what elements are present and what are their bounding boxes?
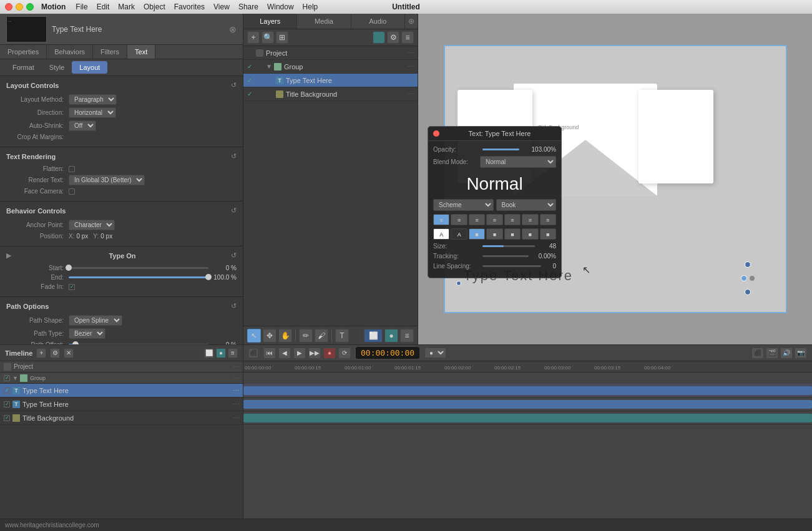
tl-add-button[interactable]: +	[36, 348, 46, 358]
tl-view-btn2[interactable]: ●	[216, 348, 226, 358]
type-text-options[interactable]: ⋯	[408, 77, 414, 84]
transform-tool[interactable]: ✥	[263, 329, 276, 343]
paint-tool[interactable]: 🖌	[315, 329, 328, 343]
tl-group-expand[interactable]: ▼	[12, 375, 18, 381]
type-on-reset[interactable]: ↺	[231, 251, 237, 260]
tl-group-options[interactable]: ⋯	[233, 374, 239, 381]
fp-color-btn1[interactable]: A	[433, 228, 449, 240]
fp-align-btn3[interactable]: ≡	[469, 214, 485, 225]
path-options-reset[interactable]: ↺	[231, 302, 237, 310]
type-on-expand[interactable]: ▶	[6, 251, 11, 260]
menu-share[interactable]: Share	[235, 2, 262, 11]
title-bg-options[interactable]: ⋯	[408, 90, 414, 97]
tl-type-text-options[interactable]: ⋯	[233, 387, 239, 394]
path-offset-slider[interactable]	[69, 344, 208, 344]
fp-scheme-dropdown[interactable]: Scheme	[433, 199, 494, 211]
timecode-format-dropdown[interactable]: ●	[424, 348, 446, 358]
fp-blend-dropdown[interactable]: Normal	[480, 156, 556, 168]
hand-tool[interactable]: ✋	[278, 329, 292, 343]
timeline-nav-icon[interactable]: ⬛	[248, 348, 258, 358]
view-type-btn2[interactable]: 🎬	[766, 348, 778, 359]
group-options[interactable]: ⋯	[408, 63, 414, 70]
transport-prev-frame[interactable]: ⏮	[263, 348, 276, 359]
face-camera-checkbox[interactable]	[69, 188, 75, 195]
tl-group-check[interactable]	[4, 375, 10, 381]
handle-bl[interactable]	[456, 281, 461, 286]
layers-options-button[interactable]: ⊕	[405, 14, 418, 29]
sub-tab-format[interactable]: Format	[5, 61, 42, 74]
end-slider[interactable]	[69, 276, 208, 278]
path-shape-dropdown[interactable]: Open Spline	[69, 315, 122, 326]
sub-tab-style[interactable]: Style	[42, 61, 72, 74]
floating-close-button[interactable]	[433, 130, 439, 137]
select-tool[interactable]: ↖	[247, 329, 261, 343]
render-text-dropdown[interactable]: In Global 3D (Better)	[69, 175, 145, 185]
tl-title-bg-track[interactable]: Title Background ⋯	[0, 411, 243, 425]
layout-controls-reset[interactable]: ↺	[231, 81, 237, 89]
view-btn3[interactable]: ≡	[400, 329, 414, 343]
tl-project-options[interactable]: ⋯	[233, 363, 239, 370]
handle-tr[interactable]	[745, 261, 751, 268]
fp-color-btn5[interactable]: ■	[504, 228, 521, 240]
fp-align-btn4[interactable]: ≡	[486, 214, 502, 225]
menu-object[interactable]: Object	[140, 2, 169, 11]
menu-window[interactable]: Window	[263, 2, 298, 11]
start-slider[interactable]	[69, 267, 208, 269]
fp-color-btn3[interactable]: ■	[469, 228, 485, 240]
fp-book-dropdown[interactable]: Book	[496, 199, 557, 211]
layer-group[interactable]: ✓ ▼ Group ⋯	[243, 60, 418, 74]
tab-media[interactable]: Media	[297, 14, 351, 29]
text-rendering-reset[interactable]: ↺	[231, 152, 237, 160]
panel-expand-button[interactable]: ⊗	[229, 24, 237, 34]
transport-prev[interactable]: ◀	[278, 348, 291, 359]
grid-view-button[interactable]: ⊞	[276, 31, 288, 44]
fp-opacity-slider[interactable]	[482, 149, 519, 150]
menu-edit[interactable]: Edit	[93, 2, 114, 11]
handle-br[interactable]	[745, 289, 751, 295]
tab-audio[interactable]: Audio	[351, 14, 405, 29]
floating-panel-header[interactable]: Text: Type Text Here	[428, 127, 561, 141]
direction-dropdown[interactable]: Horizontal	[69, 107, 116, 118]
tl-type-text-track[interactable]: T Type Text Here ⋯	[0, 384, 243, 397]
view-type-btn1[interactable]: ⬛	[751, 348, 764, 359]
menu-help[interactable]: Help	[299, 2, 322, 11]
tab-behaviors[interactable]: Behaviors	[47, 45, 93, 59]
layer-project[interactable]: Project ⋯	[243, 46, 418, 60]
transport-record[interactable]: ●	[323, 348, 336, 359]
layer-title-bg[interactable]: ✓ Title Background ⋯	[243, 87, 418, 101]
flatten-checkbox[interactable]	[69, 166, 75, 172]
text-tool[interactable]: T	[335, 329, 349, 343]
view-btn1[interactable]: ⬜	[364, 329, 383, 343]
tl-view-btn1[interactable]: ⬜	[204, 348, 214, 358]
title-bg-bar[interactable]	[243, 414, 812, 422]
tl-settings-button[interactable]: ⚙	[50, 348, 60, 358]
view-btn2[interactable]: ●	[384, 329, 398, 343]
maximize-button[interactable]	[26, 3, 34, 11]
menu-view[interactable]: View	[210, 2, 233, 11]
view-type-btn4[interactable]: 📷	[795, 348, 807, 359]
layer-more-button[interactable]: ≡	[401, 31, 414, 44]
fp-color-btn2[interactable]: A	[451, 228, 467, 240]
layer-type-text[interactable]: ✓ T Type Text Here ⋯	[243, 74, 418, 87]
search-layer-button[interactable]: 🔍	[262, 31, 274, 44]
pen-tool[interactable]: ✏	[299, 329, 313, 343]
tab-properties[interactable]: Properties	[0, 45, 47, 59]
group-collapse[interactable]: ▼	[266, 63, 272, 70]
tl-title-bg-options[interactable]: ⋯	[233, 414, 239, 421]
add-layer-button[interactable]: +	[247, 31, 260, 44]
fp-align-btn5[interactable]: ≡	[504, 214, 521, 225]
sub-tab-layout[interactable]: Layout	[72, 61, 107, 74]
menu-file[interactable]: File	[72, 2, 91, 11]
fp-align-btn7[interactable]: ≡	[540, 214, 556, 225]
behavior-controls-reset[interactable]: ↺	[231, 207, 237, 215]
tl-close-button[interactable]: ✕	[64, 348, 74, 358]
fp-size-slider[interactable]	[482, 245, 535, 247]
minimize-button[interactable]	[16, 3, 23, 11]
path-type-dropdown[interactable]: Bezier	[69, 328, 105, 339]
type-text-bar[interactable]	[243, 386, 812, 395]
menu-mark[interactable]: Mark	[114, 2, 139, 11]
fp-color-btn4[interactable]: ■	[486, 228, 502, 240]
auto-shrink-dropdown[interactable]: Off	[69, 120, 96, 131]
tl-title-bg-check[interactable]	[4, 415, 10, 421]
layer-color-button[interactable]	[373, 31, 385, 44]
